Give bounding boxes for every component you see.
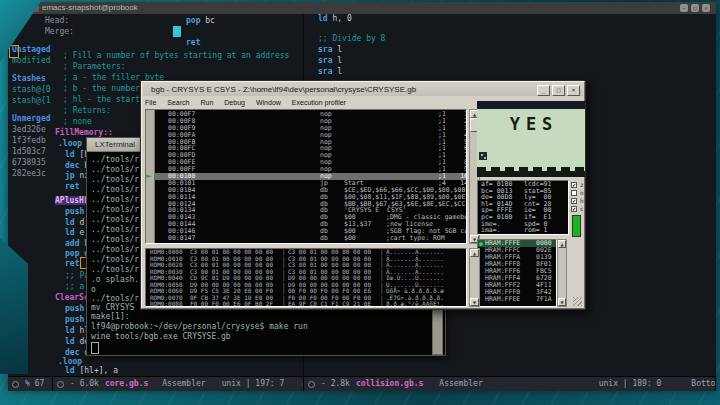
terminal-line: wine tools/bgb.exe CRYSYSE.gb <box>91 332 231 342</box>
sidebar-line[interactable]: 1d503c7 <box>12 147 46 157</box>
modeline-core: - 6.0k core.gb.s Assembler unix | 197: 7… <box>53 377 304 391</box>
text-cursor <box>173 26 181 37</box>
sidebar-line[interactable]: 6738935 <box>12 158 46 168</box>
flag-checkbox-n[interactable] <box>571 190 577 196</box>
maximize-icon[interactable]: □ <box>691 4 699 12</box>
buffer-size: - 6.0k <box>70 377 99 391</box>
sidebar-line[interactable]: Head: <box>45 16 69 26</box>
menu-item-debug[interactable]: Debug <box>224 97 245 109</box>
disasm-row[interactable]: 00:00FEnop;18 <box>154 159 466 166</box>
magit-section-cursor <box>9 45 19 58</box>
emulation-speed-bar <box>572 215 581 237</box>
terminal-line: ../tools/r <box>91 255 139 265</box>
sidebar-line[interactable]: Stashes <box>12 74 46 84</box>
disasm-row[interactable]: 00:00F8nop;12 <box>154 118 466 125</box>
scroll-up-icon[interactable]: ▲ <box>470 249 479 257</box>
hexdump-row[interactable]: ROM0:0080F0 00 F0 00 E6 0F B0 2F|EA 9F C… <box>146 301 466 307</box>
disasm-row[interactable]: 00:00F7nop;11 <box>154 111 466 118</box>
stack-row[interactable]: HRAM:FFEE7F1A <box>478 296 556 303</box>
bgb-titlebar[interactable]: bgb - CRYSYS E CSYS - Z:\home\lf94\dev\p… <box>143 83 583 96</box>
flag-checkbox-c[interactable]: ✔ <box>571 206 577 212</box>
terminal-line: ../tools/r <box>91 235 139 245</box>
menu-item-execution-profiler[interactable]: Execution profiler <box>292 97 346 109</box>
flag-z: ✔z <box>571 181 587 189</box>
disasm-row[interactable]: 00:0147db$00;cart type: ROM <box>154 235 466 242</box>
resize-grip[interactable] <box>573 297 582 306</box>
disasm-row[interactable]: 00:00FCnop;16 <box>154 145 466 152</box>
terminal-title: LXTerminal <box>95 140 135 149</box>
code-line: ; Fill a number of bytes starting at an … <box>63 51 289 61</box>
sidebar-line[interactable]: 1f3fedb <box>12 136 46 146</box>
disasm-row[interactable]: 00:0100nop;110 <box>154 173 466 180</box>
gameboy-screen: YES <box>477 101 585 177</box>
flag-n: n <box>571 189 587 197</box>
menu-item-window[interactable]: Window <box>256 97 281 109</box>
flag-checkbox-h[interactable]: ✔ <box>571 198 577 204</box>
disasm-row[interactable]: 00:00F9nop;13 <box>154 125 466 132</box>
buffer-size: - 2.8k <box>321 377 350 391</box>
buffer-name[interactable]: core.gb.s <box>105 377 148 391</box>
sidebar-line[interactable]: stash@{0 <box>12 85 51 95</box>
hexdump-scrollbar[interactable]: ▲ ▼ <box>469 248 480 307</box>
close-icon[interactable]: × <box>567 85 580 96</box>
buffer-name[interactable]: collision.gb.s <box>356 377 423 391</box>
terminal-cursor <box>91 342 99 354</box>
scroll-down-icon[interactable]: ▼ <box>470 298 479 306</box>
code-line: ; Returns: <box>63 106 111 116</box>
scroll-up-icon[interactable]: ▲ <box>558 240 566 248</box>
terminal-line: ../tools/r <box>91 175 139 185</box>
disasm-row[interactable]: 00:00FBnop;15 <box>154 139 466 146</box>
sidebar-line[interactable]: stash@{1 <box>12 96 51 106</box>
modeline-collision: - 2.8k collision.gb.s Assembler unix | 1… <box>304 377 716 391</box>
modeline-magit: % 67 <box>8 377 53 391</box>
screen-text: YES <box>477 115 585 133</box>
code-line: .loop <box>58 139 82 149</box>
terminal-line: ../tools/r <box>91 265 139 275</box>
menu-item-run[interactable]: Run <box>200 97 213 109</box>
code-line: ; Parameters: <box>63 62 126 72</box>
bgb-debugger-window: bgb - CRYSYS E CSYS - Z:\home\lf94\dev\p… <box>140 80 586 310</box>
disasm-row[interactable]: 00:00FDnop;17 <box>154 152 466 159</box>
bgb-title: bgb - CRYSYS E CSYS - Z:\home\lf94\dev\p… <box>151 85 416 94</box>
major-mode[interactable]: Assembler <box>162 377 205 391</box>
scroll-down-icon[interactable]: ▼ <box>558 298 566 306</box>
minimize-icon[interactable]: _ <box>537 85 550 96</box>
major-mode[interactable]: Assembler <box>439 377 482 391</box>
disasm-row[interactable]: 00:0124db$BB,$BB,$67,$63,$6E,$0E,$EC,$CC… <box>154 201 466 208</box>
cpu-flags: ✔zn✔h✔c <box>571 181 587 213</box>
sidebar-line[interactable]: 282ee3c <box>12 169 46 179</box>
screen-bottom-tiles <box>477 167 585 177</box>
code-line: ld h, 0 <box>318 14 352 24</box>
disassembly-panel[interactable]: ► 00:00F7nop;1100:00F8nop;1200:00F9nop;1… <box>145 109 467 244</box>
disasm-row[interactable]: 00:00FAnop;14 <box>154 132 466 139</box>
sidebar-line[interactable]: Merge: <box>45 27 74 37</box>
modeline-status-icon <box>308 381 315 388</box>
disasm-row[interactable]: 00:00FFnop;19 <box>154 166 466 173</box>
minimize-icon[interactable]: — <box>680 4 688 12</box>
modeline-percent: % 67 <box>25 377 44 391</box>
close-icon[interactable]: × <box>702 4 710 12</box>
hexdump-panel[interactable]: ROM0:0000C3 00 01 00 00 00 00 00|C3 00 0… <box>145 248 467 307</box>
bgb-menubar: FileSearchRunDebugWindowExecution profil… <box>145 97 346 109</box>
stack-panel[interactable]: HRAM:FFFE0000HRAM:FFFC002EHRAM:FFFA0139H… <box>477 239 557 307</box>
emacs-modeline: % 67 - 6.0k core.gb.s Assembler unix | 1… <box>8 376 716 391</box>
sidebar-line[interactable]: 3ed326e <box>12 125 46 135</box>
encoding-position: unix | 197: 7 <box>222 377 285 391</box>
modeline-status-icon <box>12 381 19 388</box>
code-line: ld [hl+], a <box>65 366 118 376</box>
emacs-title: emacs-snapshot@probook <box>42 2 138 14</box>
maximize-icon[interactable]: □ <box>552 85 565 96</box>
sidebar-line[interactable]: Unmerged <box>12 114 51 124</box>
encoding-position: unix | 189: 0 <box>599 377 662 391</box>
code-line: ret <box>186 38 200 48</box>
modeline-status-icon <box>57 381 64 388</box>
stack-scrollbar[interactable]: ▲ ▼ <box>557 239 567 307</box>
emacs-titlebar[interactable]: emacs-snapshot@probook — □ × <box>8 2 716 14</box>
code-line: ;; Divide by 8 <box>318 34 385 44</box>
menu-item-search[interactable]: Search <box>167 97 189 109</box>
terminal-line: ../tools/r <box>91 185 139 195</box>
flag-checkbox-z[interactable]: ✔ <box>571 182 577 188</box>
register-row: ima=. rom= 1 <box>478 227 568 234</box>
code-line: ret <box>65 182 79 192</box>
menu-item-file[interactable]: File <box>145 97 156 109</box>
